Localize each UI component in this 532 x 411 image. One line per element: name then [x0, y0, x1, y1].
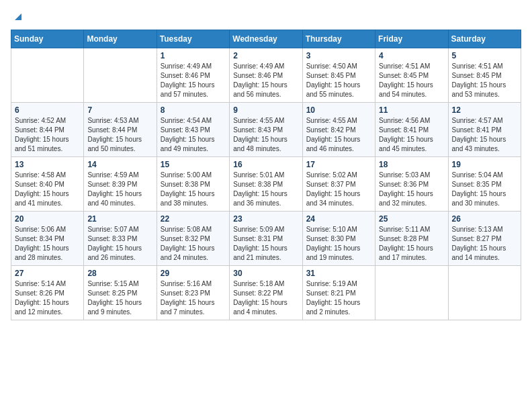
day-number: 11	[379, 105, 444, 115]
day-number: 24	[306, 214, 371, 224]
day-number: 26	[452, 214, 517, 224]
day-number: 25	[379, 214, 444, 224]
week-row-5: 27Sunrise: 5:14 AM Sunset: 8:26 PM Dayli…	[11, 266, 521, 320]
svg-marker-0	[15, 13, 21, 20]
calendar-cell	[11, 48, 84, 103]
calendar-cell: 19Sunrise: 5:04 AM Sunset: 8:35 PM Dayli…	[448, 157, 521, 212]
day-info: Sunrise: 5:09 AM Sunset: 8:31 PM Dayligh…	[233, 225, 298, 263]
calendar-cell: 10Sunrise: 4:55 AM Sunset: 8:42 PM Dayli…	[302, 103, 375, 157]
day-info: Sunrise: 5:15 AM Sunset: 8:25 PM Dayligh…	[87, 279, 152, 317]
week-row-2: 6Sunrise: 4:52 AM Sunset: 8:44 PM Daylig…	[11, 103, 521, 157]
day-info: Sunrise: 4:49 AM Sunset: 8:46 PM Dayligh…	[233, 62, 298, 99]
day-info: Sunrise: 4:55 AM Sunset: 8:43 PM Dayligh…	[233, 116, 298, 154]
calendar-cell: 20Sunrise: 5:06 AM Sunset: 8:34 PM Dayli…	[11, 212, 84, 266]
calendar-cell: 16Sunrise: 5:01 AM Sunset: 8:38 PM Dayli…	[230, 157, 302, 212]
day-info: Sunrise: 5:07 AM Sunset: 8:33 PM Dayligh…	[87, 225, 152, 263]
calendar-cell: 12Sunrise: 4:57 AM Sunset: 8:41 PM Dayli…	[448, 103, 521, 157]
day-number: 14	[87, 160, 152, 169]
calendar-cell	[375, 266, 448, 320]
calendar-cell: 1Sunrise: 4:49 AM Sunset: 8:46 PM Daylig…	[157, 48, 229, 103]
calendar-cell: 30Sunrise: 5:18 AM Sunset: 8:22 PM Dayli…	[230, 266, 302, 320]
day-info: Sunrise: 4:51 AM Sunset: 8:45 PM Dayligh…	[379, 62, 444, 99]
day-header-saturday: Saturday	[448, 30, 521, 48]
calendar-cell: 24Sunrise: 5:10 AM Sunset: 8:30 PM Dayli…	[302, 212, 375, 266]
day-info: Sunrise: 4:50 AM Sunset: 8:45 PM Dayligh…	[306, 62, 371, 99]
day-info: Sunrise: 5:06 AM Sunset: 8:34 PM Dayligh…	[15, 225, 80, 263]
calendar-cell: 2Sunrise: 4:49 AM Sunset: 8:46 PM Daylig…	[230, 48, 302, 103]
day-number: 22	[161, 214, 226, 224]
day-info: Sunrise: 5:19 AM Sunset: 8:21 PM Dayligh…	[306, 279, 371, 317]
day-number: 29	[161, 269, 226, 278]
day-number: 31	[306, 269, 371, 278]
calendar-cell: 18Sunrise: 5:03 AM Sunset: 8:36 PM Dayli…	[375, 157, 448, 212]
day-header-friday: Friday	[375, 30, 448, 48]
calendar-cell: 26Sunrise: 5:13 AM Sunset: 8:27 PM Dayli…	[448, 212, 521, 266]
day-number: 20	[15, 214, 80, 224]
week-row-1: 1Sunrise: 4:49 AM Sunset: 8:46 PM Daylig…	[11, 48, 521, 103]
day-number: 27	[15, 269, 80, 278]
calendar-cell: 15Sunrise: 5:00 AM Sunset: 8:38 PM Dayli…	[157, 157, 229, 212]
calendar-cell: 31Sunrise: 5:19 AM Sunset: 8:21 PM Dayli…	[302, 266, 375, 320]
day-header-thursday: Thursday	[302, 30, 375, 48]
day-number: 16	[233, 160, 298, 169]
day-info: Sunrise: 4:59 AM Sunset: 8:39 PM Dayligh…	[87, 171, 152, 208]
day-info: Sunrise: 4:54 AM Sunset: 8:43 PM Dayligh…	[161, 116, 226, 154]
day-number: 19	[452, 160, 517, 169]
day-info: Sunrise: 4:53 AM Sunset: 8:44 PM Dayligh…	[87, 116, 152, 154]
day-number: 12	[452, 105, 517, 115]
calendar-cell: 11Sunrise: 4:56 AM Sunset: 8:41 PM Dayli…	[375, 103, 448, 157]
day-number: 10	[306, 105, 371, 115]
calendar-cell: 4Sunrise: 4:51 AM Sunset: 8:45 PM Daylig…	[375, 48, 448, 103]
day-info: Sunrise: 5:03 AM Sunset: 8:36 PM Dayligh…	[379, 171, 444, 208]
day-number: 6	[15, 105, 80, 115]
day-number: 30	[233, 269, 298, 278]
calendar-cell: 3Sunrise: 4:50 AM Sunset: 8:45 PM Daylig…	[302, 48, 375, 103]
day-number: 2	[233, 51, 298, 60]
day-number: 28	[87, 269, 152, 278]
day-info: Sunrise: 4:55 AM Sunset: 8:42 PM Dayligh…	[306, 116, 371, 154]
day-number: 5	[452, 51, 517, 60]
day-header-sunday: Sunday	[11, 30, 84, 48]
day-number: 21	[87, 214, 152, 224]
day-info: Sunrise: 4:49 AM Sunset: 8:46 PM Dayligh…	[161, 62, 226, 99]
day-number: 13	[15, 160, 80, 169]
day-header-monday: Monday	[84, 30, 157, 48]
week-row-4: 20Sunrise: 5:06 AM Sunset: 8:34 PM Dayli…	[11, 212, 521, 266]
calendar-header-row: SundayMondayTuesdayWednesdayThursdayFrid…	[11, 30, 521, 48]
calendar-cell: 14Sunrise: 4:59 AM Sunset: 8:39 PM Dayli…	[84, 157, 157, 212]
day-number: 3	[306, 51, 371, 60]
calendar-table: SundayMondayTuesdayWednesdayThursdayFrid…	[11, 30, 521, 320]
day-header-tuesday: Tuesday	[157, 30, 229, 48]
day-info: Sunrise: 4:58 AM Sunset: 8:40 PM Dayligh…	[15, 171, 80, 208]
day-number: 8	[161, 105, 226, 115]
page-header	[11, 11, 521, 23]
calendar-cell: 27Sunrise: 5:14 AM Sunset: 8:26 PM Dayli…	[11, 266, 84, 320]
day-info: Sunrise: 5:16 AM Sunset: 8:23 PM Dayligh…	[161, 279, 226, 317]
day-info: Sunrise: 5:02 AM Sunset: 8:37 PM Dayligh…	[306, 171, 371, 208]
calendar-cell: 6Sunrise: 4:52 AM Sunset: 8:44 PM Daylig…	[11, 103, 84, 157]
calendar-cell: 9Sunrise: 4:55 AM Sunset: 8:43 PM Daylig…	[230, 103, 302, 157]
calendar-cell: 7Sunrise: 4:53 AM Sunset: 8:44 PM Daylig…	[84, 103, 157, 157]
day-number: 1	[161, 51, 226, 60]
week-row-3: 13Sunrise: 4:58 AM Sunset: 8:40 PM Dayli…	[11, 157, 521, 212]
calendar-cell: 13Sunrise: 4:58 AM Sunset: 8:40 PM Dayli…	[11, 157, 84, 212]
day-number: 18	[379, 160, 444, 169]
day-info: Sunrise: 5:08 AM Sunset: 8:32 PM Dayligh…	[161, 225, 226, 263]
day-info: Sunrise: 5:04 AM Sunset: 8:35 PM Dayligh…	[452, 171, 517, 208]
day-header-wednesday: Wednesday	[230, 30, 302, 48]
calendar-cell: 22Sunrise: 5:08 AM Sunset: 8:32 PM Dayli…	[157, 212, 229, 266]
calendar-cell: 23Sunrise: 5:09 AM Sunset: 8:31 PM Dayli…	[230, 212, 302, 266]
day-info: Sunrise: 4:57 AM Sunset: 8:41 PM Dayligh…	[452, 116, 517, 154]
day-info: Sunrise: 4:51 AM Sunset: 8:45 PM Dayligh…	[452, 62, 517, 99]
day-info: Sunrise: 5:11 AM Sunset: 8:28 PM Dayligh…	[379, 225, 444, 263]
day-info: Sunrise: 5:13 AM Sunset: 8:27 PM Dayligh…	[452, 225, 517, 263]
day-info: Sunrise: 5:00 AM Sunset: 8:38 PM Dayligh…	[161, 171, 226, 208]
logo	[11, 11, 24, 23]
day-number: 15	[161, 160, 226, 169]
calendar-cell: 29Sunrise: 5:16 AM Sunset: 8:23 PM Dayli…	[157, 266, 229, 320]
day-number: 17	[306, 160, 371, 169]
day-info: Sunrise: 4:56 AM Sunset: 8:41 PM Dayligh…	[379, 116, 444, 154]
day-number: 9	[233, 105, 298, 115]
calendar-cell: 8Sunrise: 4:54 AM Sunset: 8:43 PM Daylig…	[157, 103, 229, 157]
day-info: Sunrise: 4:52 AM Sunset: 8:44 PM Dayligh…	[15, 116, 80, 154]
